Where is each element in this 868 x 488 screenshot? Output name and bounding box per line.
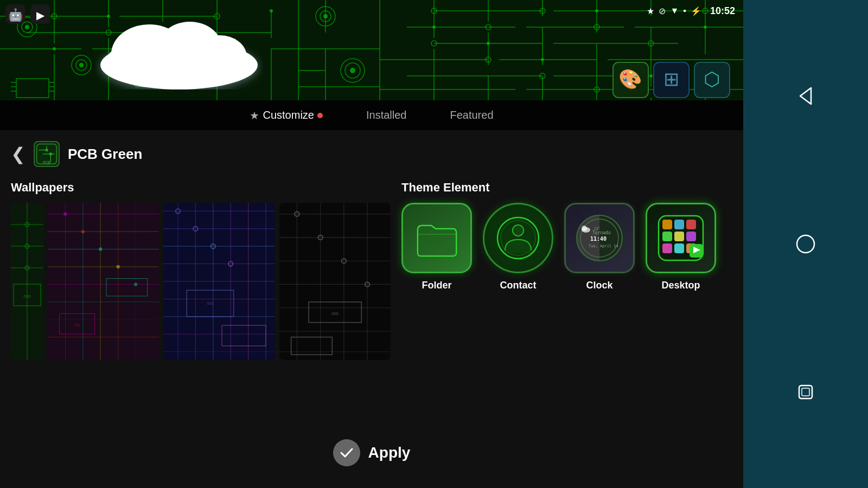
svg-rect-219 [674, 243, 684, 253]
tab-featured[interactable]: Featured [444, 106, 499, 124]
theme-item-clock[interactable]: Tornado 11:40 Tue, April 14 11° [564, 203, 635, 291]
contact-icon-container [483, 203, 553, 273]
svg-point-121 [49, 152, 52, 156]
recents-square-button[interactable] [789, 376, 822, 408]
svg-point-65 [79, 63, 84, 67]
svg-point-78 [487, 42, 490, 45]
svg-point-150 [116, 265, 119, 268]
svg-point-120 [45, 149, 48, 152]
apply-checkmark-icon [333, 439, 360, 466]
theme-item-contact[interactable]: Contact [483, 203, 553, 291]
svg-point-71 [350, 68, 355, 73]
theme-icons-grid: Folder [401, 203, 732, 291]
svg-text:11:40: 11:40 [590, 236, 607, 242]
main-content-area: 🤖 ▶ [0, 0, 743, 488]
svg-point-77 [432, 25, 436, 29]
wallpaper-thumb-1[interactable]: 000 [48, 203, 159, 360]
svg-text:000: 000 [207, 301, 214, 306]
tab-installed-label: Installed [366, 109, 407, 121]
status-icons: ★ ⊘ ▼ ▪ ⚡ 10:52 [647, 5, 735, 17]
svg-rect-226 [802, 388, 809, 396]
svg-rect-216 [674, 232, 684, 241]
tab-customize[interactable]: ★ Customize [244, 106, 328, 125]
signal-block-icon: ⊘ [659, 6, 666, 16]
svg-point-107 [106, 46, 149, 79]
wallpaper-thumb-2[interactable]: 000 [163, 203, 275, 360]
wallpaper-thumb-partial[interactable]: 000 [11, 203, 43, 360]
svg-point-224 [797, 235, 814, 253]
svg-text:🎨: 🎨 [618, 68, 642, 91]
apply-button-container: Apply [0, 434, 743, 472]
svg-rect-214 [686, 220, 696, 229]
svg-point-72 [53, 47, 56, 50]
svg-point-207 [582, 226, 587, 231]
header-background: 🤖 ▶ [0, 0, 743, 100]
star-icon: ★ [250, 109, 259, 122]
status-bar: ★ ⊘ ▼ ▪ ⚡ 10:52 [0, 0, 743, 22]
clock-label: Clock [586, 280, 612, 291]
theme-element-section: Theme Element [401, 181, 732, 463]
back-button[interactable]: ❮ [11, 144, 25, 164]
store-preview-icons: 🎨 ⊞ ⬡ [608, 60, 738, 100]
svg-text:PCB: PCB [43, 160, 50, 164]
bluetooth-icon: ★ [647, 6, 654, 16]
theme-icon: PCB [34, 141, 60, 167]
page-header: ❮ PCB PCB Green [11, 141, 732, 167]
wallpaper-thumb-3[interactable]: 000 [279, 203, 391, 360]
notification-dot [317, 113, 323, 118]
svg-point-149 [99, 247, 102, 251]
svg-point-82 [704, 25, 707, 29]
svg-text:Tornado: Tornado [592, 230, 611, 235]
svg-point-62 [25, 25, 29, 29]
svg-point-151 [134, 282, 137, 286]
contact-label: Contact [500, 280, 537, 291]
wallpapers-section: Wallpapers [11, 181, 391, 463]
network-icon: ▪ [683, 6, 686, 16]
clock-time: 10:52 [710, 5, 735, 17]
svg-point-79 [541, 58, 544, 61]
clock-icon-container: Tornado 11:40 Tue, April 14 11° [564, 203, 635, 273]
svg-rect-215 [662, 232, 672, 241]
svg-text:000: 000 [331, 311, 339, 316]
svg-rect-218 [662, 243, 672, 253]
svg-text:000: 000 [23, 294, 31, 299]
svg-text:000: 000 [74, 323, 80, 327]
tab-featured-label: Featured [450, 109, 493, 121]
back-arrow-button[interactable] [789, 80, 822, 112]
svg-rect-178 [279, 203, 391, 360]
apply-button[interactable]: Apply [317, 434, 427, 472]
svg-point-106 [193, 35, 247, 79]
folder-label: Folder [422, 280, 451, 291]
svg-rect-133 [48, 203, 159, 360]
svg-text:⬡: ⬡ [704, 68, 720, 89]
tab-customize-label: Customize [263, 109, 314, 121]
tab-installed[interactable]: Installed [361, 106, 412, 124]
svg-rect-212 [662, 220, 672, 229]
svg-point-200 [513, 225, 524, 236]
home-circle-button[interactable] [789, 228, 822, 260]
svg-point-147 [63, 212, 67, 215]
apply-label: Apply [368, 444, 411, 461]
theme-item-folder[interactable]: Folder [401, 203, 472, 291]
theme-element-label: Theme Element [401, 181, 732, 195]
navigation-tabs: ★ Customize Installed Featured [0, 100, 743, 130]
right-sidebar [743, 0, 868, 488]
wallpapers-label: Wallpapers [11, 181, 391, 195]
svg-rect-213 [674, 220, 684, 229]
wallpapers-grid: 000 [11, 203, 391, 360]
svg-marker-223 [800, 88, 811, 104]
theme-item-desktop[interactable]: Desktop [646, 203, 716, 291]
folder-icon-container [401, 203, 472, 273]
svg-rect-225 [799, 386, 812, 399]
svg-text:⊞: ⊞ [663, 68, 679, 89]
desktop-label: Desktop [661, 280, 700, 291]
svg-text:Tue, April 14: Tue, April 14 [589, 244, 618, 248]
battery-icon: ⚡ [691, 6, 701, 16]
two-column-layout: Wallpapers [11, 181, 732, 463]
page-title: PCB Green [68, 146, 142, 163]
svg-point-148 [81, 230, 85, 233]
svg-text:11°: 11° [594, 227, 600, 230]
desktop-icon-container [646, 203, 716, 273]
wifi-icon: ▼ [670, 6, 679, 16]
svg-rect-217 [686, 232, 696, 241]
